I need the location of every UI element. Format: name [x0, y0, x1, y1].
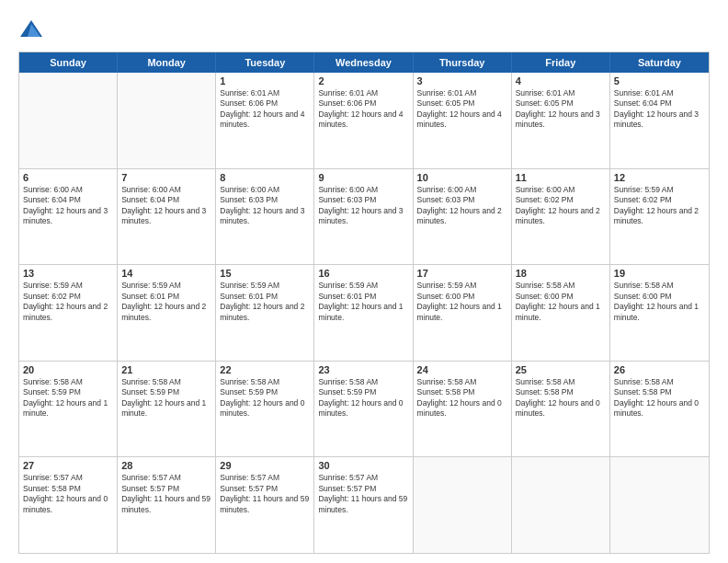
day-info: Sunrise: 6:00 AM Sunset: 6:04 PM Dayligh…	[23, 185, 113, 227]
day-number: 3	[417, 75, 507, 86]
day-cell-30: 30Sunrise: 5:57 AM Sunset: 5:57 PM Dayli…	[314, 457, 413, 553]
day-number: 16	[318, 268, 408, 279]
day-number: 18	[516, 268, 606, 279]
day-cell-7: 7Sunrise: 6:00 AM Sunset: 6:04 PM Daylig…	[118, 169, 216, 265]
day-number: 9	[318, 172, 408, 183]
day-info: Sunrise: 5:57 AM Sunset: 5:58 PM Dayligh…	[23, 473, 113, 515]
page: SundayMondayTuesdayWednesdayThursdayFrid…	[0, 0, 728, 563]
day-cell-5: 5Sunrise: 6:01 AM Sunset: 6:04 PM Daylig…	[610, 73, 709, 168]
day-info: Sunrise: 5:58 AM Sunset: 5:59 PM Dayligh…	[121, 377, 211, 419]
empty-cell	[610, 457, 709, 553]
day-number: 12	[614, 172, 705, 183]
header-cell-wednesday: Wednesday	[314, 52, 413, 73]
day-number: 17	[417, 268, 507, 279]
day-info: Sunrise: 5:58 AM Sunset: 5:59 PM Dayligh…	[220, 377, 310, 419]
day-cell-26: 26Sunrise: 5:58 AM Sunset: 5:58 PM Dayli…	[610, 362, 709, 457]
day-info: Sunrise: 5:59 AM Sunset: 6:02 PM Dayligh…	[23, 281, 113, 323]
header	[18, 17, 710, 42]
day-number: 15	[220, 268, 310, 279]
day-info: Sunrise: 6:00 AM Sunset: 6:03 PM Dayligh…	[220, 185, 310, 227]
day-number: 30	[318, 460, 408, 471]
day-info: Sunrise: 6:01 AM Sunset: 6:06 PM Dayligh…	[220, 88, 310, 131]
calendar-body: 1Sunrise: 6:01 AM Sunset: 6:06 PM Daylig…	[19, 73, 709, 553]
day-cell-6: 6Sunrise: 6:00 AM Sunset: 6:04 PM Daylig…	[19, 169, 118, 265]
day-number: 10	[417, 172, 507, 183]
day-cell-29: 29Sunrise: 5:57 AM Sunset: 5:57 PM Dayli…	[216, 457, 314, 553]
day-info: Sunrise: 6:00 AM Sunset: 6:02 PM Dayligh…	[516, 185, 606, 227]
day-number: 13	[23, 268, 113, 279]
day-number: 1	[220, 75, 310, 86]
day-info: Sunrise: 6:01 AM Sunset: 6:05 PM Dayligh…	[516, 88, 606, 131]
day-cell-3: 3Sunrise: 6:01 AM Sunset: 6:05 PM Daylig…	[414, 73, 512, 168]
header-cell-tuesday: Tuesday	[216, 52, 314, 73]
day-cell-10: 10Sunrise: 6:00 AM Sunset: 6:03 PM Dayli…	[414, 169, 512, 265]
day-cell-9: 9Sunrise: 6:00 AM Sunset: 6:03 PM Daylig…	[314, 169, 413, 265]
day-number: 24	[417, 364, 507, 375]
day-number: 6	[23, 172, 113, 183]
day-info: Sunrise: 5:58 AM Sunset: 5:58 PM Dayligh…	[516, 377, 606, 419]
calendar-row-3: 13Sunrise: 5:59 AM Sunset: 6:02 PM Dayli…	[19, 264, 709, 361]
day-number: 21	[121, 364, 211, 375]
day-number: 14	[121, 268, 211, 279]
day-cell-20: 20Sunrise: 5:58 AM Sunset: 5:59 PM Dayli…	[19, 362, 118, 457]
day-info: Sunrise: 5:57 AM Sunset: 5:57 PM Dayligh…	[318, 473, 408, 515]
day-number: 7	[121, 172, 211, 183]
empty-cell	[118, 73, 216, 168]
day-cell-24: 24Sunrise: 5:58 AM Sunset: 5:58 PM Dayli…	[414, 362, 512, 457]
day-cell-8: 8Sunrise: 6:00 AM Sunset: 6:03 PM Daylig…	[216, 169, 314, 265]
day-info: Sunrise: 5:59 AM Sunset: 6:00 PM Dayligh…	[417, 281, 507, 323]
day-info: Sunrise: 6:01 AM Sunset: 6:05 PM Dayligh…	[417, 88, 507, 131]
day-cell-15: 15Sunrise: 5:59 AM Sunset: 6:01 PM Dayli…	[216, 265, 314, 361]
day-number: 4	[516, 75, 606, 86]
header-cell-sunday: Sunday	[19, 52, 118, 73]
day-info: Sunrise: 6:00 AM Sunset: 6:03 PM Dayligh…	[318, 185, 408, 227]
day-cell-11: 11Sunrise: 6:00 AM Sunset: 6:02 PM Dayli…	[512, 169, 610, 265]
day-cell-4: 4Sunrise: 6:01 AM Sunset: 6:05 PM Daylig…	[512, 73, 610, 168]
day-cell-16: 16Sunrise: 5:59 AM Sunset: 6:01 PM Dayli…	[314, 265, 413, 361]
day-number: 26	[614, 364, 705, 375]
day-cell-18: 18Sunrise: 5:58 AM Sunset: 6:00 PM Dayli…	[512, 265, 610, 361]
day-cell-25: 25Sunrise: 5:58 AM Sunset: 5:58 PM Dayli…	[512, 362, 610, 457]
header-cell-saturday: Saturday	[610, 52, 709, 73]
day-number: 2	[318, 75, 408, 86]
header-cell-friday: Friday	[512, 52, 610, 73]
day-cell-14: 14Sunrise: 5:59 AM Sunset: 6:01 PM Dayli…	[118, 265, 216, 361]
day-info: Sunrise: 6:01 AM Sunset: 6:04 PM Dayligh…	[614, 88, 705, 131]
calendar-row-4: 20Sunrise: 5:58 AM Sunset: 5:59 PM Dayli…	[19, 361, 709, 457]
calendar-row-1: 1Sunrise: 6:01 AM Sunset: 6:06 PM Daylig…	[19, 73, 709, 168]
day-number: 23	[318, 364, 408, 375]
day-number: 28	[121, 460, 211, 471]
calendar-row-5: 27Sunrise: 5:57 AM Sunset: 5:58 PM Dayli…	[19, 456, 709, 553]
calendar-header: SundayMondayTuesdayWednesdayThursdayFrid…	[19, 52, 709, 73]
header-cell-monday: Monday	[118, 52, 216, 73]
day-info: Sunrise: 5:59 AM Sunset: 6:01 PM Dayligh…	[220, 281, 310, 323]
empty-cell	[414, 457, 512, 553]
day-cell-21: 21Sunrise: 5:58 AM Sunset: 5:59 PM Dayli…	[118, 362, 216, 457]
day-info: Sunrise: 6:01 AM Sunset: 6:06 PM Dayligh…	[318, 88, 408, 131]
calendar-row-2: 6Sunrise: 6:00 AM Sunset: 6:04 PM Daylig…	[19, 168, 709, 265]
day-cell-17: 17Sunrise: 5:59 AM Sunset: 6:00 PM Dayli…	[414, 265, 512, 361]
day-cell-12: 12Sunrise: 5:59 AM Sunset: 6:02 PM Dayli…	[610, 169, 709, 265]
day-number: 25	[516, 364, 606, 375]
day-cell-1: 1Sunrise: 6:01 AM Sunset: 6:06 PM Daylig…	[216, 73, 314, 168]
day-cell-22: 22Sunrise: 5:58 AM Sunset: 5:59 PM Dayli…	[216, 362, 314, 457]
day-number: 20	[23, 364, 113, 375]
day-number: 19	[614, 268, 705, 279]
calendar: SundayMondayTuesdayWednesdayThursdayFrid…	[18, 52, 710, 554]
day-info: Sunrise: 5:58 AM Sunset: 5:59 PM Dayligh…	[23, 377, 113, 419]
day-number: 29	[220, 460, 310, 471]
empty-cell	[512, 457, 610, 553]
header-cell-thursday: Thursday	[414, 52, 512, 73]
day-number: 8	[220, 172, 310, 183]
day-info: Sunrise: 6:00 AM Sunset: 6:04 PM Dayligh…	[121, 185, 211, 227]
day-cell-23: 23Sunrise: 5:58 AM Sunset: 5:59 PM Dayli…	[314, 362, 413, 457]
logo	[18, 17, 48, 42]
day-info: Sunrise: 5:58 AM Sunset: 5:59 PM Dayligh…	[318, 377, 408, 419]
day-number: 27	[23, 460, 113, 471]
day-info: Sunrise: 5:58 AM Sunset: 6:00 PM Dayligh…	[614, 281, 705, 323]
empty-cell	[19, 73, 118, 168]
day-info: Sunrise: 5:59 AM Sunset: 6:02 PM Dayligh…	[614, 185, 705, 227]
day-number: 11	[516, 172, 606, 183]
day-number: 22	[220, 364, 310, 375]
day-info: Sunrise: 5:58 AM Sunset: 6:00 PM Dayligh…	[516, 281, 606, 323]
